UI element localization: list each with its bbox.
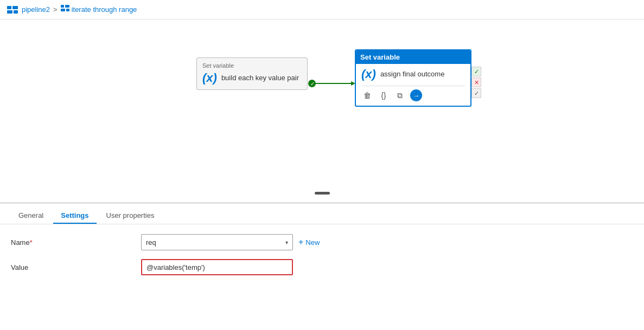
svg-rect-7 [66, 9, 69, 11]
node1-content: (x) build each key value pair [202, 71, 302, 85]
node1-label: Set variable [202, 62, 302, 69]
new-label: New [305, 238, 320, 247]
breadcrumb-current-label[interactable]: iterate through range [72, 5, 137, 14]
value-input-group [141, 259, 293, 275]
svg-point-10 [308, 80, 316, 87]
node2-arrow-btn[interactable]: → [410, 89, 422, 101]
plus-icon: + [298, 237, 303, 247]
node2-cross-btn[interactable]: ✕ [471, 77, 481, 87]
node2-actions: 🗑 {} ⧉ → [361, 86, 465, 101]
tab-settings[interactable]: Settings [53, 207, 96, 224]
value-label: Value [11, 263, 141, 271]
name-select[interactable]: req ▾ [141, 234, 293, 250]
node2-side-btns: ✓ ✕ ✓ [471, 67, 481, 98]
node2-check2-btn[interactable]: ✓ [471, 88, 481, 98]
form-area: Name* req ▾ + New Value [0, 224, 644, 294]
name-select-value: req [146, 238, 156, 247]
svg-rect-3 [14, 10, 18, 14]
svg-rect-1 [12, 6, 18, 9]
node-box-1[interactable]: Set variable (x) build each key value pa… [196, 57, 308, 90]
canvas-area: ✓ Set variable (x) build each key value … [0, 20, 644, 204]
form-row-value: Value [11, 259, 633, 275]
node2-delete-btn[interactable]: 🗑 [361, 89, 373, 101]
svg-text:✓: ✓ [310, 81, 315, 87]
tab-general[interactable]: General [11, 207, 51, 224]
node2-copy-btn[interactable]: ⧉ [394, 89, 406, 101]
node2-title: assign final outcome [380, 70, 445, 79]
node1-title: build each key value pair [221, 74, 299, 83]
tabs-bar: General Settings User properties [0, 204, 644, 224]
svg-rect-5 [65, 5, 69, 8]
node2-content: (x) assign final outcome [361, 67, 465, 81]
node2-check-btn[interactable]: ✓ [471, 67, 481, 76]
svg-rect-6 [61, 9, 65, 11]
breadcrumb-separator: > [53, 5, 58, 14]
collapse-handle[interactable] [315, 192, 330, 195]
form-row-name: Name* req ▾ + New [11, 234, 633, 250]
breadcrumb-current-icon [61, 5, 69, 14]
value-input[interactable] [141, 259, 293, 275]
connector-svg: ✓ [0, 20, 644, 202]
node2-code-btn[interactable]: {} [378, 89, 390, 101]
chevron-down-icon: ▾ [285, 240, 288, 245]
node1-icon: (x) [202, 71, 217, 85]
node-box-2[interactable]: Set variable (x) assign final outcome 🗑 … [355, 49, 471, 107]
tab-user-properties[interactable]: User properties [99, 207, 162, 224]
svg-rect-2 [7, 10, 12, 14]
new-button[interactable]: + New [298, 237, 320, 247]
name-input-group: req ▾ + New [141, 234, 320, 250]
breadcrumb-bar: pipeline2 > iterate through range [0, 0, 644, 20]
node2-icon: (x) [361, 67, 376, 81]
bottom-panel: General Settings User properties Name* r… [0, 204, 644, 294]
node2-header: Set variable [356, 50, 470, 64]
svg-rect-0 [7, 6, 11, 9]
svg-rect-4 [61, 5, 64, 8]
name-label: Name* [11, 238, 141, 247]
pipeline-icon [7, 5, 18, 14]
breadcrumb-pipeline-link[interactable]: pipeline2 [22, 5, 50, 14]
